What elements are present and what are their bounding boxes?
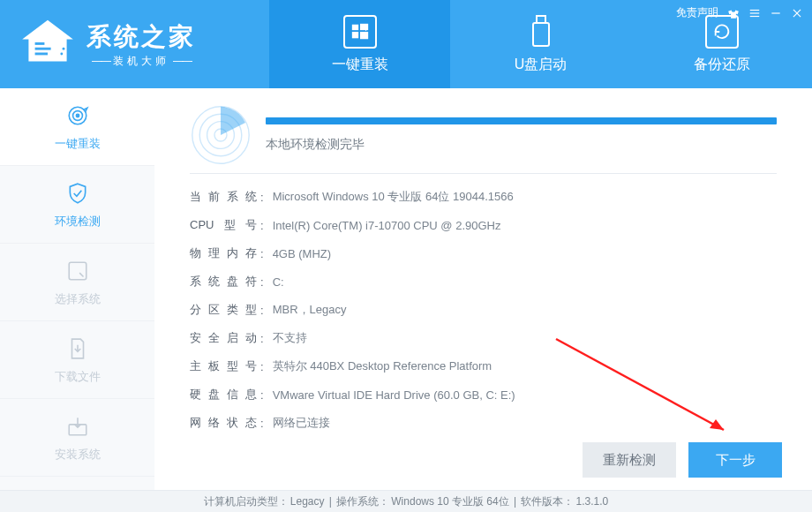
info-row: 分区类型:MBR，Legacy [190,296,777,324]
install-icon [64,413,91,440]
svg-rect-7 [351,32,357,38]
info-label: 当前系统 [190,189,257,205]
sidebar-item-label: 选择系统 [55,291,101,307]
divider [190,173,777,174]
logo-subtitle: 装机大师 [86,54,196,69]
tab-label: 备份还原 [694,56,750,74]
download-icon [64,335,91,362]
sidebar-item-download[interactable]: 下载文件 [0,321,154,399]
app-logo: 系统之家 装机大师 [0,16,269,72]
info-row: 主板型号:英特尔 440BX Desktop Reference Platfor… [190,352,777,380]
shield-check-icon [64,180,91,207]
info-value: Intel(R) Core(TM) i7-10700 CPU @ 2.90GHz [273,219,501,232]
sidebar-item-label: 下载文件 [55,369,101,385]
usb-boot-icon [524,15,558,49]
close-icon[interactable] [791,7,803,19]
info-value: 4GB (MHZ) [273,247,331,260]
main-panel: 本地环境检测完毕 当前系统:Microsoft Windows 10 专业版 6… [154,88,812,490]
svg-rect-8 [360,32,368,39]
info-row: 网络状态:网络已连接 [190,409,777,437]
svg-rect-5 [351,24,357,29]
info-value: 英特尔 440BX Desktop Reference Platform [273,358,492,374]
svg-rect-1 [35,48,51,50]
info-label: 分区类型 [190,302,257,318]
info-label: 主板型号 [190,358,257,374]
sidebar-item-reinstall[interactable]: 一键重装 [0,88,154,166]
info-value: VMware Virtual IDE Hard Drive (60.0 GB, … [273,388,515,402]
info-label: 系统盘符 [190,274,257,290]
tab-label: U盘启动 [515,56,568,74]
svg-rect-2 [35,53,48,56]
status-os-value: Windows 10 专业版 64位 [391,494,508,509]
info-value: MBR，Legacy [273,302,347,318]
svg-rect-0 [35,42,45,45]
info-row: 物理内存:4GB (MHZ) [190,239,777,267]
status-os-label: 操作系统： [336,494,389,509]
scan-status-text: 本地环境检测完毕 [266,137,777,153]
house-logo-icon [16,16,79,72]
status-boot-value: Legacy [290,495,325,508]
info-row: 系统盘符:C: [190,267,777,296]
sidebar-item-label: 环境检测 [55,214,101,230]
svg-rect-10 [533,23,549,46]
status-ver-value: 1.3.1.0 [575,495,608,508]
svg-rect-9 [537,16,545,23]
info-label: 物理内存 [190,245,257,261]
status-boot-label: 计算机启动类型： [204,494,289,509]
svg-point-4 [63,48,65,50]
status-ver-label: 软件版本： [521,494,574,509]
info-label: 安全启动 [190,330,257,346]
info-value: 不支持 [273,330,307,346]
info-row: 安全启动:不支持 [190,324,777,352]
info-row: 当前系统:Microsoft Windows 10 专业版 64位 19044.… [190,183,777,211]
info-row: 硬盘信息:VMware Virtual IDE Hard Drive (60.0… [190,380,777,409]
sidebar-item-label: 安装系统 [55,447,101,463]
svg-point-19 [76,114,79,117]
sidebar-item-env-check[interactable]: 环境检测 [0,166,154,244]
target-icon [64,102,91,129]
logo-title: 系统之家 [86,20,196,54]
svg-point-3 [60,53,63,56]
tab-label: 一键重装 [332,56,388,74]
tab-usb-boot[interactable]: U盘启动 [450,0,631,88]
menu-icon[interactable] [748,7,761,19]
progress-bar [266,117,777,124]
info-label: 网络状态 [190,415,257,431]
sidebar-item-select-system[interactable]: 选择系统 [0,244,154,321]
skin-icon[interactable] [727,7,740,19]
radar-icon [190,104,252,166]
statusbar: 计算机启动类型： Legacy | 操作系统： Windows 10 专业版 6… [0,490,812,512]
select-system-icon [64,258,91,284]
info-label: CPU型号 [190,217,257,233]
disclaimer-link[interactable]: 免责声明 [676,5,718,20]
sidebar-item-install[interactable]: 安装系统 [0,399,154,477]
sidebar-item-label: 一键重装 [55,136,101,152]
info-label: 硬盘信息 [190,387,257,403]
tab-reinstall[interactable]: 一键重装 [269,0,450,88]
windows-reinstall-icon [343,15,377,49]
rescan-button[interactable]: 重新检测 [583,442,676,478]
info-row: CPU型号:Intel(R) Core(TM) i7-10700 CPU @ 2… [190,211,777,239]
svg-rect-20 [69,262,86,280]
minimize-icon[interactable] [770,7,782,19]
info-value: Microsoft Windows 10 专业版 64位 19044.1566 [273,189,514,205]
sidebar: 一键重装 环境检测 选择系统 下载文件 安装系统 [0,88,154,490]
info-value: C: [273,275,284,289]
info-value: 网络已连接 [273,415,330,431]
next-button[interactable]: 下一步 [688,442,782,478]
